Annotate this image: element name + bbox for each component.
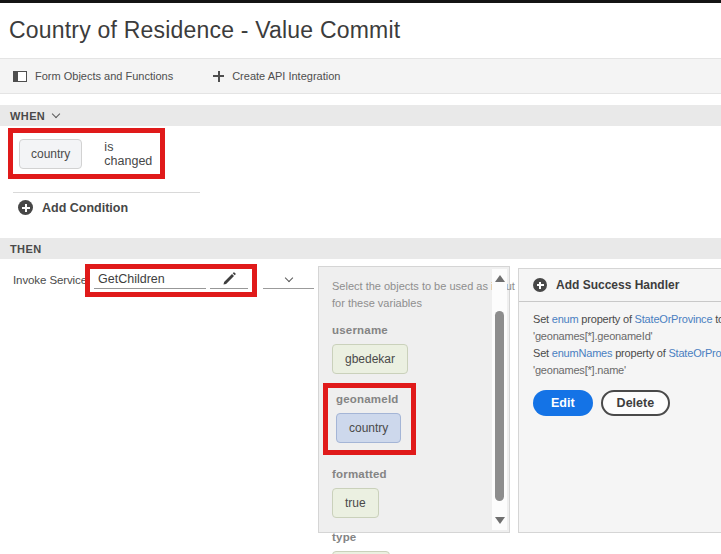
scrollbar-thumb[interactable] (495, 311, 504, 501)
when-operator-text[interactable]: is changed (104, 140, 160, 168)
add-condition-label: Add Condition (42, 201, 128, 215)
variable-value-chip[interactable]: true (332, 488, 379, 518)
scroll-down-icon[interactable] (495, 517, 505, 524)
handler-statement-2: Set enumNames property of StateOrProvinc… (533, 345, 721, 379)
variable-value-chip[interactable]: country (336, 413, 401, 443)
annotation-box-geonameid: geonameId country (323, 383, 416, 455)
delete-button[interactable]: Delete (601, 390, 671, 416)
rule-editor-window: Country of Residence - Value Commit Form… (0, 0, 721, 554)
form-objects-and-functions-button[interactable]: Form Objects and Functions (13, 70, 173, 82)
variable-group-username: username gbedekar (332, 324, 483, 374)
plus-icon (213, 71, 224, 82)
panel-instruction-line2: for these variables (332, 295, 483, 312)
service-dropdown[interactable] (263, 268, 314, 289)
chevron-down-icon (52, 110, 60, 118)
bound-value-expression: 'geonames[*].geonameId' (533, 328, 721, 345)
property-keyword: enumNames (552, 347, 613, 359)
handler-statement-1: Set enum property of StateOrProvince to … (533, 311, 721, 345)
panel-instruction-line1: Select the objects to be used as input (332, 278, 483, 295)
success-handler-panel: Add Success Handler Set enum property of… (518, 268, 721, 533)
invoke-service-label: Invoke Service (13, 274, 87, 286)
top-black-bar (0, 0, 721, 3)
edit-pencil-icon (222, 272, 236, 286)
page-title: Country of Residence - Value Commit (9, 17, 400, 44)
when-section-header[interactable]: WHEN (0, 105, 721, 126)
add-success-handler-label: Add Success Handler (556, 278, 679, 292)
service-name-input[interactable]: GetChildren (94, 270, 206, 289)
when-header-label: WHEN (10, 110, 45, 122)
variable-label: formatted (332, 468, 483, 480)
annotation-box-invoke-service: GetChildren (85, 264, 257, 297)
bound-value-expression: 'geonames[*].name' (533, 362, 721, 379)
variable-label: type (332, 531, 483, 543)
then-section-header: THEN (0, 238, 721, 259)
input-variables-panel: Select the objects to be used as input f… (318, 266, 510, 533)
create-api-integration-button[interactable]: Create API Integration (213, 70, 340, 82)
variable-group-geonameid: geonameId country (336, 393, 401, 443)
scroll-up-icon[interactable] (495, 275, 505, 282)
variable-label: geonameId (336, 393, 401, 405)
form-objects-panel-icon (13, 71, 27, 82)
form-objects-label: Form Objects and Functions (35, 70, 173, 82)
when-field-chip[interactable]: country (19, 139, 82, 169)
add-condition-button[interactable]: Add Condition (18, 200, 128, 215)
add-circle-icon (18, 200, 33, 215)
variable-group-formatted: formatted true (332, 468, 483, 518)
property-keyword: enum (552, 313, 579, 325)
edit-service-button[interactable] (210, 270, 248, 289)
chevron-down-icon (284, 274, 292, 282)
add-circle-icon (533, 278, 547, 292)
target-field-name: StateOrProvince (635, 313, 713, 325)
then-header-label: THEN (10, 243, 42, 255)
variable-label: username (332, 324, 483, 336)
annotation-box-when-condition: country is changed (8, 128, 165, 179)
success-handler-summary: Set enum property of StateOrProvince to … (519, 302, 721, 416)
panel-scrollbar[interactable] (492, 269, 507, 530)
rule-editor-toolbar: Form Objects and Functions Create API In… (0, 58, 721, 94)
target-field-name: StateOrProvince (668, 347, 721, 359)
edit-button[interactable]: Edit (533, 390, 593, 416)
variable-value-chip[interactable]: gbedekar (332, 344, 408, 374)
when-divider (13, 192, 200, 193)
variable-group-type: type JSON (332, 531, 483, 554)
add-success-handler-button[interactable]: Add Success Handler (519, 269, 721, 302)
create-api-label: Create API Integration (232, 70, 340, 82)
